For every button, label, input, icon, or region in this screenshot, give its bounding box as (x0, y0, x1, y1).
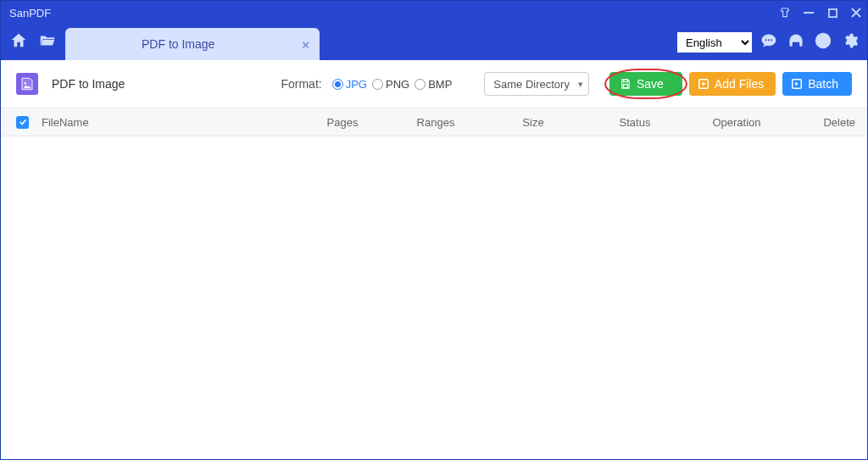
table-header: FileName Pages Ranges Size Status Operat… (1, 108, 867, 136)
file-list-area[interactable] (1, 136, 867, 459)
user-icon[interactable] (815, 32, 832, 53)
save-button[interactable]: Save (609, 72, 682, 96)
check-icon (19, 118, 27, 126)
format-jpg-radio[interactable]: JPG (332, 78, 367, 91)
svg-point-4 (771, 39, 772, 41)
topbar-right-icons (760, 32, 859, 53)
language-select[interactable]: English (677, 32, 752, 53)
format-radio-group: JPG PNG BMP (332, 78, 453, 91)
column-status[interactable]: Status (584, 116, 686, 129)
output-directory-select[interactable]: Same Directory (484, 72, 589, 96)
folder-open-icon[interactable] (38, 31, 57, 53)
svg-rect-10 (624, 80, 628, 82)
tab-close-icon[interactable]: × (302, 37, 309, 52)
toolbar: PDF to Image Format: JPG PNG BMP S (1, 60, 867, 108)
column-pages[interactable]: Pages (296, 116, 389, 129)
format-label: Format: (281, 77, 321, 91)
window-title: SanPDF (9, 7, 779, 19)
column-delete[interactable]: Delete (787, 116, 867, 129)
tab-pdf-to-image[interactable]: PDF to Image × (65, 28, 320, 60)
column-ranges[interactable]: Ranges (389, 116, 482, 129)
svg-rect-11 (624, 85, 628, 88)
svg-rect-5 (790, 42, 793, 47)
radio-dot-icon (332, 79, 343, 90)
plus-square-icon (698, 78, 709, 90)
app-window: SanPDF PDF to Image (0, 0, 868, 460)
format-png-radio[interactable]: PNG (372, 78, 409, 91)
tab-label: PDF to Image (142, 37, 214, 51)
select-all-checkbox[interactable] (16, 116, 29, 129)
close-icon[interactable] (850, 7, 862, 19)
svg-rect-0 (804, 12, 814, 14)
gear-icon[interactable] (842, 32, 859, 53)
save-icon (620, 78, 632, 90)
home-icon[interactable] (9, 31, 28, 53)
svg-point-3 (768, 39, 770, 41)
titlebar: SanPDF (1, 1, 867, 25)
svg-point-2 (765, 39, 767, 41)
topbar-left-icons (9, 31, 57, 53)
column-filename[interactable]: FileName (42, 116, 296, 129)
tshirt-icon[interactable] (779, 7, 791, 19)
section-title: PDF to Image (52, 77, 125, 91)
column-operation[interactable]: Operation (686, 116, 787, 129)
titlebar-controls (779, 7, 862, 19)
svg-rect-6 (799, 42, 802, 47)
svg-point-8 (821, 36, 825, 41)
format-bmp-radio[interactable]: BMP (415, 78, 452, 91)
batch-icon (791, 78, 803, 90)
maximize-icon[interactable] (826, 7, 838, 19)
minimize-icon[interactable] (803, 7, 815, 19)
svg-point-9 (25, 82, 26, 84)
headphones-icon[interactable] (787, 32, 804, 53)
radio-dot-icon (415, 79, 426, 90)
topbar: PDF to Image × English (1, 25, 867, 60)
pdf-to-image-icon (16, 73, 38, 95)
add-files-button[interactable]: Add Files (689, 72, 776, 96)
column-size[interactable]: Size (482, 116, 584, 129)
batch-button[interactable]: Batch (782, 72, 852, 96)
radio-dot-icon (372, 79, 383, 90)
chat-icon[interactable] (760, 32, 777, 53)
svg-rect-1 (828, 8, 836, 16)
